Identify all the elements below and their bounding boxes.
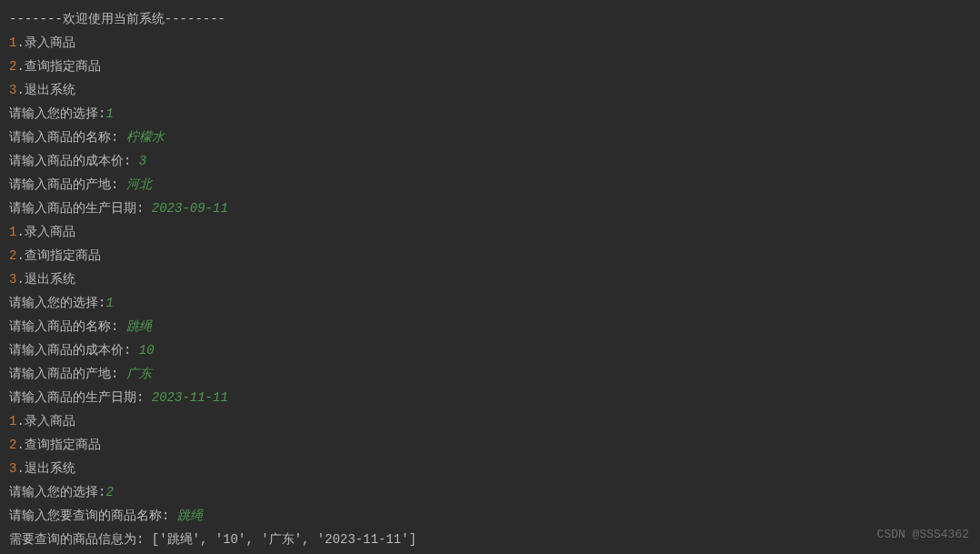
input-choice-2[interactable]: 1 [105, 296, 113, 310]
prompt-date-1: 请输入商品的生产日期: 2023-09-11 [9, 196, 971, 220]
input-origin-1[interactable]: 河北 [126, 177, 152, 192]
prompt-cost-1: 请输入商品的成本价: 3 [9, 149, 971, 173]
prompt-choice-3: 请输入您的选择:2 [9, 480, 971, 504]
input-name-2[interactable]: 跳绳 [126, 319, 152, 334]
query-result-value: ['跳绳', '10', '广东', '2023-11-11'] [152, 532, 416, 547]
prompt-origin-2: 请输入商品的产地: 广东 [9, 362, 971, 386]
prompt-name-2: 请输入商品的名称: 跳绳 [9, 315, 971, 338]
prompt-name-label: 请输入商品的名称: [9, 130, 126, 145]
input-name-1[interactable]: 柠檬水 [126, 130, 165, 145]
prompt-date-label-2: 请输入商品的生产日期: [9, 390, 152, 405]
input-date-1[interactable]: 2023-09-11 [152, 201, 228, 216]
prompt-query-name-label: 请输入您要查询的商品名称: [9, 509, 177, 523]
watermark-text: CSDN @SSS4362 [877, 523, 969, 547]
prompt-date-label: 请输入商品的生产日期: [9, 201, 152, 216]
prompt-choice-label: 请输入您的选择: [9, 106, 105, 121]
menu-label-2: .查询指定商品 [16, 59, 100, 74]
menu-item-1-b: 1.录入商品 [9, 220, 971, 244]
prompt-origin-1: 请输入商品的产地: 河北 [9, 173, 971, 196]
prompt-query-name: 请输入您要查询的商品名称: 跳绳 [9, 504, 971, 528]
menu-item-1-c: 1.录入商品 [9, 409, 971, 433]
menu-label-1: .录入商品 [16, 35, 75, 50]
menu-label-2-b: .查询指定商品 [16, 248, 100, 263]
menu-item-3-c: 3.退出系统 [9, 457, 971, 480]
menu-label-1-b: .录入商品 [16, 225, 75, 239]
menu-item-2-c: 2.查询指定商品 [9, 433, 971, 457]
menu-label-1-c: .录入商品 [16, 414, 75, 428]
prompt-name-label-2: 请输入商品的名称: [9, 319, 126, 334]
menu-item-1: 1.录入商品 [9, 31, 971, 55]
menu-item-3: 3.退出系统 [9, 78, 971, 102]
menu-item-2: 2.查询指定商品 [9, 55, 971, 78]
prompt-choice-label-3: 请输入您的选择: [9, 485, 105, 499]
menu-label-3: .退出系统 [16, 83, 75, 97]
prompt-choice-label-2: 请输入您的选择: [9, 296, 105, 310]
query-result-prefix: 需要查询的商品信息为: [9, 532, 152, 547]
welcome-header: -------欢迎使用当前系统-------- [9, 7, 971, 31]
query-result: 需要查询的商品信息为: ['跳绳', '10', '广东', '2023-11-… [9, 528, 971, 551]
input-date-2[interactable]: 2023-11-11 [152, 390, 228, 405]
menu-label-3-b: .退出系统 [16, 272, 75, 287]
prompt-cost-label-2: 请输入商品的成本价: [9, 343, 139, 358]
input-origin-2[interactable]: 广东 [126, 367, 152, 381]
menu-label-3-c: .退出系统 [16, 461, 75, 476]
prompt-choice-2: 请输入您的选择:1 [9, 291, 971, 315]
prompt-origin-label-2: 请输入商品的产地: [9, 367, 126, 381]
menu-item-2-b: 2.查询指定商品 [9, 244, 971, 267]
menu-item-3-b: 3.退出系统 [9, 267, 971, 291]
prompt-cost-2: 请输入商品的成本价: 10 [9, 338, 971, 362]
prompt-date-2: 请输入商品的生产日期: 2023-11-11 [9, 386, 971, 409]
prompt-origin-label: 请输入商品的产地: [9, 177, 126, 192]
input-choice-1[interactable]: 1 [105, 106, 113, 121]
input-choice-3[interactable]: 2 [105, 485, 113, 499]
input-cost-2[interactable]: 10 [139, 343, 155, 358]
prompt-cost-label: 请输入商品的成本价: [9, 154, 139, 168]
menu-label-2-c: .查询指定商品 [16, 438, 100, 452]
input-cost-1[interactable]: 3 [139, 154, 146, 168]
input-query-name[interactable]: 跳绳 [177, 509, 203, 523]
prompt-name-1: 请输入商品的名称: 柠檬水 [9, 126, 971, 149]
prompt-choice-1: 请输入您的选择:1 [9, 102, 971, 126]
